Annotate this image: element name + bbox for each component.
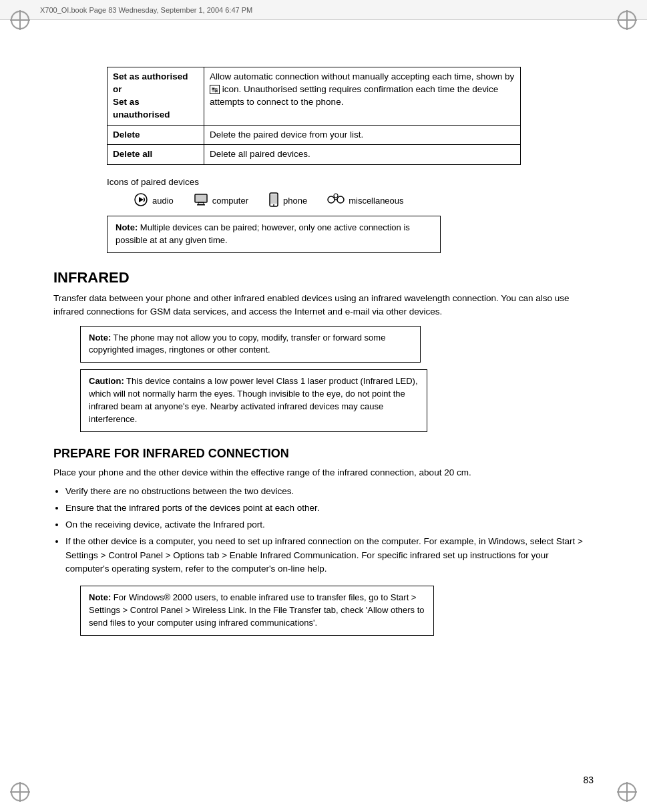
infrared-heading: INFRARED xyxy=(53,269,594,286)
corner-tr xyxy=(617,10,637,30)
miscellaneous-label: miscellaneous xyxy=(349,196,403,206)
bullet-item-4: If the other device is a computer, you n… xyxy=(65,535,594,577)
phone-icon xyxy=(268,192,279,209)
note3-text: For Windows® 2000 users, to enable infra… xyxy=(89,592,425,628)
caution-text: This device contains a low power level C… xyxy=(89,376,418,424)
svg-rect-6 xyxy=(270,194,277,204)
cell-desc-delete-all: Delete all paired devices. xyxy=(204,145,521,165)
icon-audio: audio xyxy=(134,192,174,209)
icons-section-label: Icons of paired devices xyxy=(107,177,594,187)
table-row-delete: Delete Delete the paired device from you… xyxy=(107,125,521,145)
bullet-item-2: Ensure that the infrared ports of the de… xyxy=(65,501,594,516)
computer-icon xyxy=(194,193,208,208)
cell-desc-delete: Delete the paired device from your list. xyxy=(204,125,521,145)
miscellaneous-icon xyxy=(327,192,345,209)
note-box-2: Note: The phone may not allow you to cop… xyxy=(80,326,421,363)
note3-label: Note: xyxy=(89,592,111,602)
caution-label: Caution: xyxy=(89,376,124,386)
prepare-body: Place your phone and the other device wi… xyxy=(53,466,594,479)
icon-phone: phone xyxy=(268,192,307,209)
bullet-list: Verify there are no obstructions between… xyxy=(65,485,594,577)
corner-br xyxy=(617,782,637,802)
bullet-item-1: Verify there are no obstructions between… xyxy=(65,485,594,499)
bt-icon: ↹ xyxy=(210,85,220,94)
page-number: 83 xyxy=(583,775,594,785)
svg-point-11 xyxy=(334,194,338,198)
icon-computer: computer xyxy=(194,193,248,208)
svg-point-8 xyxy=(328,196,335,203)
note2-text: The phone may not allow you to copy, mod… xyxy=(89,333,385,355)
note1-text: Multiple devices can be paired; however,… xyxy=(116,222,410,245)
icons-section: Icons of paired devices audio xyxy=(107,177,594,209)
phone-label: phone xyxy=(283,196,307,206)
table-row-authorised: Set as authorised orSet as unauthorised … xyxy=(107,67,521,126)
page-container: X700_OI.book Page 83 Wednesday, Septembe… xyxy=(0,0,647,812)
cell-label-delete-all: Delete all xyxy=(107,145,204,165)
audio-icon xyxy=(134,192,148,209)
note-box-1: Note: Multiple devices can be paired; ho… xyxy=(107,216,441,253)
svg-rect-4 xyxy=(197,204,205,206)
bullet-item-3: On the receiving device, activate the In… xyxy=(65,518,594,532)
prepare-heading: PREPARE FOR INFRARED CONNECTION xyxy=(53,447,594,461)
svg-rect-3 xyxy=(198,202,204,204)
header-bar: X700_OI.book Page 83 Wednesday, Septembe… xyxy=(0,0,647,20)
icons-row: audio computer xyxy=(134,192,594,209)
audio-label: audio xyxy=(152,196,174,206)
computer-label: computer xyxy=(212,196,248,206)
corner-tl xyxy=(10,10,30,30)
infrared-body: Transfer data between your phone and oth… xyxy=(53,292,594,319)
caution-box: Caution: This device contains a low powe… xyxy=(80,369,427,431)
cell-label-delete: Delete xyxy=(107,125,204,145)
svg-rect-2 xyxy=(196,195,206,202)
corner-bl xyxy=(10,782,30,802)
svg-point-7 xyxy=(273,204,274,206)
svg-point-9 xyxy=(337,196,344,203)
cell-label-authorised: Set as authorised orSet as unauthorised xyxy=(107,67,204,126)
note-box-3: Note: For Windows® 2000 users, to enable… xyxy=(80,586,434,636)
note2-label: Note: xyxy=(89,333,111,343)
icon-miscellaneous: miscellaneous xyxy=(327,192,403,209)
header-text: X700_OI.book Page 83 Wednesday, Septembe… xyxy=(40,6,252,14)
note1-label: Note: xyxy=(116,222,138,232)
cell-desc-authorised: Allow automatic connection without manua… xyxy=(204,67,521,126)
table-row-delete-all: Delete all Delete all paired devices. xyxy=(107,145,521,165)
info-table: Set as authorised orSet as unauthorised … xyxy=(107,67,521,165)
